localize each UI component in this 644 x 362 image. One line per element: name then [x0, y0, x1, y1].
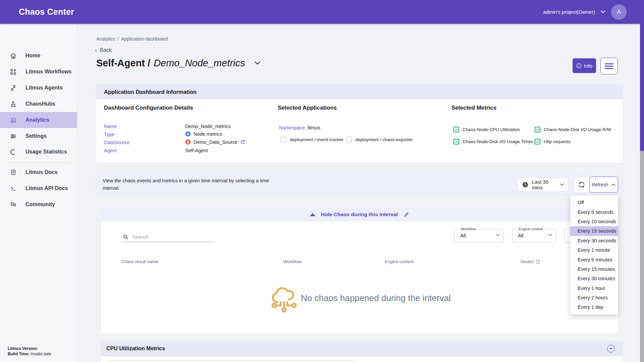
prometheus-icon [185, 139, 191, 145]
chevron-up-icon [611, 183, 616, 186]
verdict-info-icon[interactable] [536, 259, 540, 264]
column-verdict: Verdict [520, 259, 540, 264]
sidebar-item-litmus-api-docs[interactable]: Litmus API Docs [0, 180, 77, 196]
agent-name: Self-Agent / [96, 58, 150, 69]
column-workflow: Workflow [283, 259, 301, 264]
namespace-value: litmus [308, 125, 320, 130]
refresh-option-30s[interactable]: Every 30 seconds [570, 236, 618, 245]
cpu-section-title: CPU Utilization Metrics [106, 346, 165, 352]
breadcrumb-analytics[interactable]: Analytics [96, 36, 115, 42]
agent-value: Self-Agent [185, 148, 208, 153]
cpu-utilization-panel: CPU Utilization Metrics [101, 341, 623, 362]
dashboard-options-button[interactable] [600, 58, 618, 74]
refresh-interval-select[interactable]: Refresh [589, 177, 618, 193]
search-field [123, 232, 214, 242]
chaoshubs-icon [10, 101, 17, 108]
sidebar-item-community[interactable]: Community [0, 196, 77, 213]
refresh-option-15m[interactable]: Every 15 minutes [570, 264, 618, 274]
sidebar-item-litmus-docs[interactable]: Litmus Docs [0, 164, 77, 180]
collapse-section-button[interactable] [607, 345, 615, 353]
sidebar-item-litmus-agents[interactable]: Litmus Agents [0, 80, 77, 96]
sidebar-item-home[interactable]: Home [0, 48, 77, 64]
checkbox-checked[interactable] [453, 139, 459, 144]
avatar[interactable]: A [611, 4, 627, 20]
applications-heading: Selected Applications [278, 105, 337, 111]
chaos-events-panel: Hide Chaos during this interval Workflow… [101, 208, 618, 334]
refresh-option-1m[interactable]: Every 1 minute [570, 245, 618, 255]
sidebar: Home Litmus Workflows Litmus Agents Chao… [0, 24, 77, 362]
application-checkbox-chaos-exporter: deployment / chaos-exporter [346, 137, 413, 142]
interval-description: View the chaos events and metrics in a g… [103, 177, 269, 192]
breadcrumb: Analytics/Application-dashboard [96, 36, 168, 42]
refresh-option-1h[interactable]: Every 1 hour [570, 284, 618, 293]
refresh-icon [578, 181, 585, 188]
chevron-down-icon [548, 234, 552, 236]
agent-label: Agent [104, 148, 117, 153]
app-title: Chaos Center [19, 7, 74, 17]
name-value: Demo_Node_metrics [185, 124, 231, 129]
sidebar-item-litmus-workflows[interactable]: Litmus Workflows [0, 64, 77, 80]
engine-context-filter[interactable]: Engine context All [512, 229, 556, 243]
metric-checkbox: Http requests [535, 139, 571, 144]
namespace-label: Namespace [279, 125, 305, 130]
chevron-left-icon: ‹ [95, 47, 97, 54]
datasource-label: DataSource [104, 140, 130, 145]
workflow-filter[interactable]: Workflow All [454, 229, 504, 243]
checkbox-checked[interactable] [535, 139, 540, 144]
application-dashboard-information-panel: Application Dashboard Information Dashbo… [96, 84, 623, 163]
checkbox-unchecked[interactable] [346, 137, 352, 142]
pencil-icon[interactable] [404, 212, 409, 218]
dashboard-switcher-chevron-icon[interactable] [255, 61, 260, 65]
time-interval-bar: View the chaos events and metrics in a g… [96, 174, 623, 194]
chart-container-edge [106, 360, 357, 362]
terminal-icon [10, 185, 17, 192]
checkbox-checked[interactable] [453, 127, 459, 132]
sidebar-item-usage-statistics[interactable]: Usage Statistics [0, 144, 77, 160]
analytics-icon [10, 117, 17, 124]
empty-state-message: No chaos happened during the interval [301, 293, 451, 303]
refresh-option-2h[interactable]: Every 2 hours [570, 293, 618, 302]
back-button[interactable]: ‹ Back [95, 47, 112, 54]
search-icon [123, 234, 128, 240]
settings-icon [10, 133, 17, 140]
checkbox-unchecked[interactable] [281, 137, 286, 142]
breadcrumb-application-dashboard[interactable]: Application-dashboard [121, 36, 168, 42]
panel-title: Application Dashboard Information [96, 84, 623, 99]
refresh-option-1d[interactable]: Every 1 day [570, 302, 618, 312]
refresh-option-10s[interactable]: Every 10 seconds [570, 217, 618, 226]
sidebar-item-analytics[interactable]: Analytics [0, 112, 77, 128]
scrollbar-thumb[interactable] [640, 24, 644, 151]
minus-icon [609, 348, 612, 349]
metric-checkbox: Chaos-Node-Disk I/O Usage R/W [535, 127, 611, 132]
refresh-option-5m[interactable]: Every 5 minutes [570, 255, 618, 264]
chaos-cloud-icon [270, 285, 298, 314]
home-icon [10, 52, 17, 59]
config-heading: Dashboard Configuration Details [104, 105, 193, 111]
refresh-option-15s[interactable]: Every 15 seconds [570, 226, 618, 236]
column-engine-context: Engine context [385, 259, 414, 264]
refresh-option-30m[interactable]: Every 30 minutes [570, 274, 618, 283]
refresh-now-button[interactable] [574, 177, 590, 193]
info-button[interactable]: Info [573, 58, 596, 73]
checkbox-checked[interactable] [535, 127, 540, 132]
docs-icon [10, 169, 17, 176]
sidebar-footer: Litmus Version: Build Time: Invalid date [8, 346, 51, 357]
build-time-label: Build Time: [8, 352, 30, 356]
sidebar-item-chaoshubs[interactable]: ChaosHubs [0, 96, 77, 112]
search-input[interactable] [132, 234, 214, 240]
project-selector-label: admin's project(Owner) [543, 9, 595, 15]
time-range-select[interactable]: Last 30 mins [517, 178, 569, 192]
refresh-option-off[interactable]: Off [570, 198, 618, 207]
workflows-icon [10, 68, 17, 75]
triangle-up-icon [310, 213, 315, 216]
project-selector[interactable]: admin's project(Owner) A [543, 0, 627, 24]
external-link-icon[interactable] [240, 139, 245, 144]
refresh-option-5s[interactable]: Every 5 seconds [570, 207, 618, 217]
hide-chaos-toggle[interactable]: Hide Chaos during this interval [101, 208, 618, 221]
chevron-down-icon [601, 10, 605, 13]
app-header: Chaos Center admin's project(Owner) A [0, 0, 644, 24]
info-icon [576, 63, 582, 68]
sidebar-item-settings[interactable]: Settings [0, 128, 77, 144]
page-scrollbar [640, 24, 644, 362]
name-label: Name [104, 124, 117, 129]
